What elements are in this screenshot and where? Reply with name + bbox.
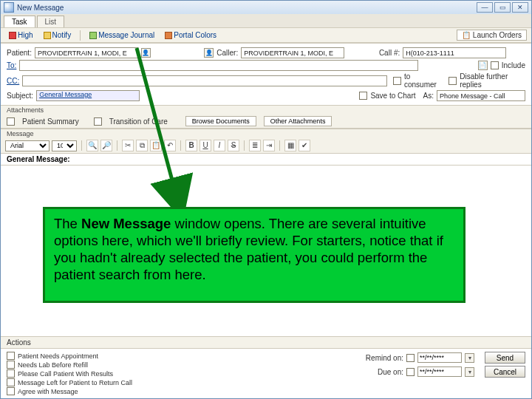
to-label[interactable]: To: <box>7 61 16 69</box>
indent-button[interactable]: ⇥ <box>263 140 275 151</box>
subject-field[interactable]: General Message <box>36 90 140 101</box>
spell-icon[interactable]: ✔ <box>299 140 310 151</box>
disable-replies-label: Disable further replies <box>460 72 525 89</box>
due-calendar-icon[interactable]: ▾ <box>465 367 474 377</box>
portal-colors-button[interactable]: Portal Colors <box>161 30 220 41</box>
underline-button[interactable]: U <box>200 140 211 151</box>
to-consumer-label: to consumer <box>404 72 441 89</box>
as-label: As: <box>423 92 434 100</box>
action-checklist: Patient Needs Appointment Needs Lab Befo… <box>7 352 132 395</box>
minimize-button[interactable]: — <box>477 2 493 13</box>
launch-orders-button[interactable]: 📋 Launch Orders <box>457 30 527 41</box>
to-consumer-checkbox[interactable] <box>393 77 401 85</box>
strike-button[interactable]: S <box>228 140 239 151</box>
journal-icon <box>89 32 97 39</box>
insert-icon[interactable]: ▦ <box>284 140 296 151</box>
copy-icon[interactable]: ⧉ <box>136 140 148 151</box>
list-button[interactable]: ≣ <box>249 140 261 151</box>
new-message-window: New Message — ▭ ✕ Task List High Notify … <box>0 0 532 399</box>
cc-label[interactable]: CC: <box>7 77 19 85</box>
transition-label: Transition of Care <box>109 117 168 126</box>
bell-icon <box>44 32 51 39</box>
close-button[interactable]: ✕ <box>512 2 528 13</box>
action3-checkbox[interactable] <box>7 369 15 378</box>
app-icon <box>4 2 14 13</box>
action1-checkbox[interactable] <box>7 352 15 360</box>
remind-label: Remind on: <box>366 354 403 362</box>
action2-checkbox[interactable] <box>7 361 15 369</box>
browse-documents-button[interactable]: Browse Documents <box>185 116 256 126</box>
include-checkbox[interactable] <box>491 61 499 69</box>
transition-checkbox[interactable] <box>94 117 102 126</box>
patient-summary-label: Patient Summary <box>22 117 79 126</box>
to-field[interactable] <box>19 60 418 71</box>
message-heading: General Message: <box>1 154 531 166</box>
flag-icon <box>9 32 16 39</box>
action4-checkbox[interactable] <box>7 378 15 386</box>
portal-label: Portal Colors <box>174 31 216 39</box>
actions-area: Patient Needs Appointment Needs Lab Befo… <box>1 348 531 398</box>
paste-icon[interactable]: 📋 <box>150 140 162 151</box>
save-to-chart-label: Save to Chart <box>370 92 415 100</box>
italic-button[interactable]: I <box>214 140 225 151</box>
toolbar: High Notify Message Journal Portal Color… <box>1 27 531 43</box>
disable-replies-checkbox[interactable] <box>449 77 457 85</box>
subject-label: Subject: <box>7 92 33 100</box>
header-fields: Patient: 👤 👤 Caller: Call #: To: 📄 Inclu… <box>1 43 531 106</box>
bold-button[interactable]: B <box>185 140 197 151</box>
attachments-label: Attachments <box>1 106 531 115</box>
due-checkbox[interactable] <box>406 368 415 376</box>
launch-label: Launch Orders <box>473 31 522 39</box>
font-select[interactable]: Arial <box>5 140 50 151</box>
caller-search-button[interactable]: 👤 <box>204 48 214 58</box>
doc-icon[interactable]: 📄 <box>478 61 488 70</box>
tab-task[interactable]: Task <box>4 16 35 27</box>
maximize-button[interactable]: ▭ <box>494 2 511 13</box>
window-title: New Message <box>17 4 64 12</box>
message-label: Message <box>1 129 531 138</box>
include-label: Include <box>502 61 525 69</box>
zoom-out-icon[interactable]: 🔎 <box>100 140 112 151</box>
palette-icon <box>165 32 172 39</box>
caller-label: Caller: <box>216 49 238 57</box>
action5-checkbox[interactable] <box>7 387 15 395</box>
call-number-field[interactable] <box>403 47 506 58</box>
tab-list[interactable]: List <box>37 16 65 27</box>
remind-checkbox[interactable] <box>406 354 415 362</box>
tutorial-callout: The New Message window opens. There are … <box>43 207 466 303</box>
callout-bold: New Message <box>81 216 171 231</box>
send-button[interactable]: Send <box>485 352 525 364</box>
notify-label: Notify <box>52 31 72 39</box>
zoom-in-icon[interactable]: 🔍 <box>86 140 98 151</box>
callout-pre: The <box>54 216 81 231</box>
other-attachments-button[interactable]: Other Attachments <box>264 116 332 126</box>
attachments-bar: Patient Summary Transition of Care Brows… <box>1 115 531 129</box>
caller-field[interactable] <box>241 47 344 58</box>
tab-bar: Task List <box>1 14 531 27</box>
patient-search-button[interactable]: 👤 <box>141 48 151 58</box>
remind-date-field[interactable] <box>417 352 462 363</box>
notify-button[interactable]: Notify <box>40 30 75 41</box>
save-as-field[interactable] <box>437 90 525 101</box>
action5-label: Agree with Message <box>18 388 78 395</box>
message-journal-button[interactable]: Message Journal <box>86 30 158 41</box>
cc-field[interactable] <box>22 75 387 86</box>
due-date-field[interactable] <box>417 366 462 377</box>
size-select[interactable]: 10 <box>52 140 77 151</box>
high-label: High <box>18 31 33 39</box>
due-label: Due on: <box>378 368 403 376</box>
patient-summary-checkbox[interactable] <box>7 117 15 126</box>
right-actions: Remind on: ▾ Send Due on: ▾ Cancel <box>366 352 525 395</box>
high-priority-button[interactable]: High <box>5 30 37 41</box>
cut-icon[interactable]: ✂ <box>122 140 134 151</box>
save-to-chart-checkbox[interactable] <box>359 92 367 100</box>
titlebar: New Message — ▭ ✕ <box>1 1 531 14</box>
cancel-button[interactable]: Cancel <box>485 366 525 378</box>
actions-label: Actions <box>1 336 531 348</box>
remind-calendar-icon[interactable]: ▾ <box>465 353 474 363</box>
patient-field[interactable] <box>35 47 138 58</box>
action2-label: Needs Lab Before Refill <box>18 361 88 369</box>
undo-icon[interactable]: ↶ <box>164 140 176 151</box>
action4-label: Message Left for Patient to Return Call <box>18 379 132 386</box>
action3-label: Please Call Patient With Results <box>18 370 113 378</box>
